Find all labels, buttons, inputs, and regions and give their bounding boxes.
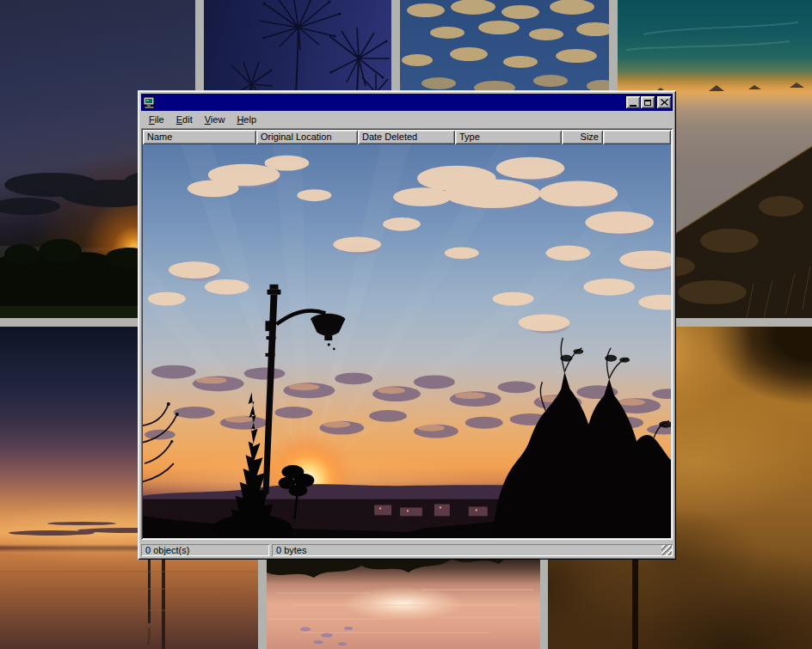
resize-grip[interactable]	[661, 545, 672, 555]
close-icon	[661, 99, 668, 106]
status-size: 0 bytes	[272, 544, 673, 556]
menu-file[interactable]: File	[143, 113, 170, 126]
maximize-button[interactable]	[641, 96, 655, 108]
column-header-size[interactable]: Size	[562, 130, 603, 144]
column-header-original-location[interactable]: Original Location	[256, 130, 358, 144]
desktop: { "desktop": { "name": "photo-collage-wa…	[0, 0, 812, 649]
status-object-count: 0 object(s)	[141, 544, 269, 556]
menu-view[interactable]: View	[199, 113, 231, 126]
menu-help[interactable]: Help	[231, 113, 262, 126]
titlebar[interactable]	[141, 94, 673, 111]
status-size-text: 0 bytes	[276, 545, 306, 555]
status-bar: 0 object(s) 0 bytes	[141, 540, 673, 556]
column-header-type[interactable]: Type	[455, 130, 562, 144]
empty-list-area-sunset-photo[interactable]	[143, 144, 671, 538]
column-header-date-deleted[interactable]: Date Deleted	[358, 130, 455, 144]
file-list-view: Name Original Location Date Deleted Type…	[141, 128, 673, 540]
menu-edit[interactable]: Edit	[170, 113, 199, 126]
column-header-name[interactable]: Name	[143, 130, 256, 144]
column-header-filler	[603, 130, 671, 144]
minimize-icon	[630, 105, 637, 107]
column-header-row: Name Original Location Date Deleted Type…	[143, 130, 671, 144]
maximize-icon	[644, 100, 651, 106]
menu-bar: File Edit View Help	[141, 111, 673, 128]
minimize-button[interactable]	[626, 96, 640, 108]
computer-icon[interactable]	[143, 96, 157, 109]
recycle-bin-window: File Edit View Help Name Original Locati…	[138, 90, 676, 560]
close-button[interactable]	[657, 96, 671, 108]
